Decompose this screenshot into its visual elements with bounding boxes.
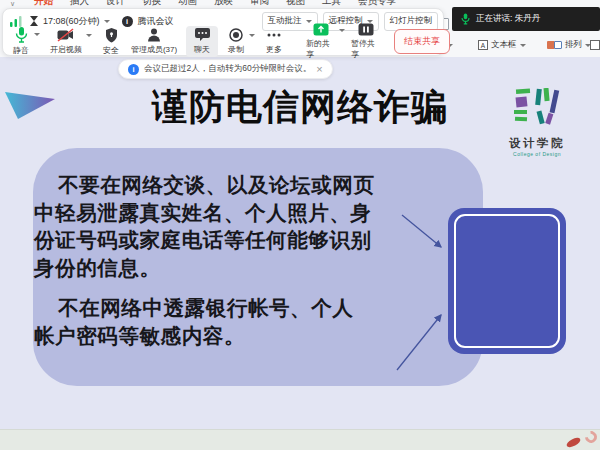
mute-button[interactable]: 静音: [8, 25, 34, 58]
meeting-info-icon[interactable]: i: [122, 16, 133, 27]
shield-icon: [105, 28, 118, 43]
members-icon: [147, 28, 161, 42]
record-icon: [229, 28, 243, 42]
ribbon-tab-animation[interactable]: 动画: [178, 0, 197, 8]
ribbon-tab-member[interactable]: 会员专享: [358, 0, 396, 8]
textbox-button[interactable]: A 文本框: [478, 39, 526, 51]
info-icon: i: [128, 64, 139, 75]
security-label: 安全: [103, 45, 119, 56]
ribbon-tab-design[interactable]: 设计: [106, 0, 125, 8]
textbox-label: 文本框: [491, 39, 517, 51]
chevron-down-icon[interactable]: [339, 29, 345, 32]
chevron-down-icon: [520, 44, 526, 47]
share-screen-icon: [313, 23, 329, 36]
ribbon-tab-slideshow[interactable]: 放映: [214, 0, 233, 8]
close-icon[interactable]: ×: [316, 64, 322, 75]
ribbon-tab-home[interactable]: 开始: [34, 0, 53, 8]
pause-share-label: 暂停共享: [351, 38, 381, 60]
speaking-text: 正在讲话: 朱丹丹: [476, 13, 540, 25]
shape-icon: [590, 40, 600, 50]
textbox-icon: A: [478, 40, 488, 50]
ribbon-tab-transition[interactable]: 切换: [142, 0, 161, 8]
arrange-label: 排列: [565, 39, 582, 51]
more-dots-icon: [266, 28, 282, 42]
corner-doodle-icon: [565, 436, 582, 449]
start-video-label: 开启视频: [50, 44, 82, 55]
chat-label: 聊天: [194, 44, 210, 55]
arrange-icon-back: [554, 41, 562, 49]
more-label: 更多: [266, 44, 282, 55]
more-button[interactable]: 更多: [261, 26, 287, 57]
record-button[interactable]: 录制: [223, 26, 249, 57]
chat-button[interactable]: 聊天: [186, 26, 218, 57]
ribbon-tab-review[interactable]: 审阅: [250, 0, 269, 8]
meeting-toolbar-bottom-row: 静音 开启视频 安全 管理成员(37) 聊天 录制: [8, 29, 440, 54]
notification-text: 会议已超过2人，自动转为60分钟限时会议。: [144, 63, 311, 75]
mute-label: 静音: [13, 45, 29, 56]
chevron-down-icon[interactable]: [104, 20, 110, 23]
device-screen: [454, 214, 560, 348]
chevron-down-icon[interactable]: [34, 33, 40, 36]
speaking-mic-icon: [461, 13, 470, 25]
slide-control-label: 幻灯片控制: [390, 15, 433, 27]
record-label: 录制: [228, 44, 244, 55]
manage-members-button[interactable]: 管理成员(37): [127, 26, 181, 57]
start-video-button[interactable]: 开启视频: [46, 26, 86, 57]
manage-members-label: 管理成员(37): [131, 44, 177, 55]
chevron-down-icon[interactable]: [249, 34, 255, 37]
ribbon-tab-view[interactable]: 视图: [286, 0, 305, 8]
meeting-notification: i 会议已超过2人，自动转为60分钟限时会议。 ×: [118, 59, 333, 79]
speaking-toast: 正在讲话: 朱丹丹: [452, 7, 600, 31]
status-bar: [0, 429, 600, 450]
chevron-down-icon[interactable]: [86, 34, 92, 37]
screen: ∨ 开始 插入 设计 切换 动画 放映 审阅 视图 工具 会员专享 ▣ A 文本…: [0, 0, 600, 450]
new-share-label: 新的共享: [306, 38, 336, 60]
new-share-button[interactable]: 新的共享: [303, 21, 339, 62]
slide-control-button[interactable]: 幻灯片控制: [384, 12, 439, 31]
shared-slide: i 会议已超过2人，自动转为60分钟限时会议。 × 谨防电信网络诈骗: [0, 57, 600, 429]
end-share-button[interactable]: 结束共享: [394, 29, 450, 54]
shape-style-button[interactable]: [590, 40, 600, 50]
security-button[interactable]: 安全: [98, 26, 124, 58]
pause-share-button[interactable]: 暂停共享: [348, 21, 384, 62]
pause-share-icon: [358, 23, 374, 36]
corner-ring-icon: [583, 429, 600, 446]
camera-off-icon: [57, 28, 75, 42]
chat-icon: [195, 28, 210, 42]
ribbon-tab-tools[interactable]: 工具: [322, 0, 341, 8]
ribbon-tab-insert[interactable]: 插入: [70, 0, 89, 8]
device-frame: [448, 208, 566, 354]
arrange-button[interactable]: 排列: [547, 39, 591, 51]
microphone-icon: [15, 27, 28, 43]
meeting-toolbar: 17:08(60分钟) i 腾讯会议 互动批注 远程控制 幻灯片控制 静音: [2, 8, 444, 56]
